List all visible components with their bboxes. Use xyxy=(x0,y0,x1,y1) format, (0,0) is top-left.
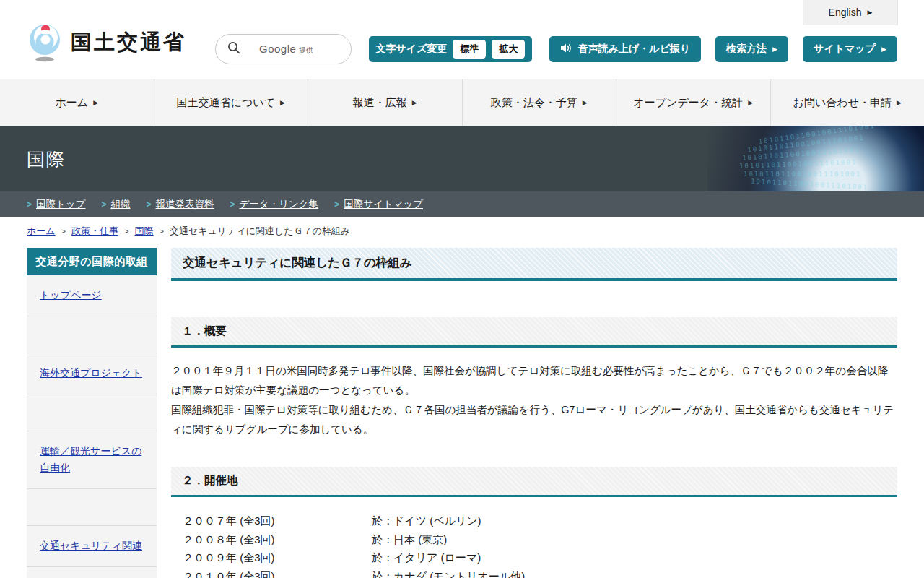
sidebar-item-spacer xyxy=(27,489,157,526)
sidebar-item-toppage[interactable]: トップページ xyxy=(27,275,157,316)
sidebar-link-label[interactable]: 交通セキュリティ関連 xyxy=(40,538,142,555)
nav-item-label: お問い合わせ・申請 xyxy=(793,96,892,110)
nav-item-policy[interactable]: 政策・法令・予算 ▶ xyxy=(462,79,616,126)
section-banner: 1010110110010011101001 10101101100100111… xyxy=(0,126,924,191)
breadcrumb-separator: > xyxy=(159,227,163,236)
nav-item-opendata[interactable]: オープンデータ・統計 ▶ xyxy=(616,79,770,126)
subnav-link-data[interactable]: > データ・リンク集 xyxy=(230,198,319,211)
sidebar-link-label[interactable]: 海外交通プロジェクト xyxy=(40,365,142,382)
arrow-right-icon: ▶ xyxy=(897,99,902,106)
nav-item-label: ホーム xyxy=(55,96,88,110)
sidebar-item-security[interactable]: 交通セキュリティ関連 xyxy=(27,526,157,567)
arrow-right-icon: ▶ xyxy=(748,99,753,106)
venue-row-2007: ２００７年 (全3回) 於：ドイツ (ベルリン) xyxy=(171,512,897,530)
nav-item-label: 政策・法令・予算 xyxy=(491,96,578,110)
arrow-right-icon: ▶ xyxy=(412,99,417,106)
section-subnav: > 国際トップ > 組織 > 報道発表資料 > データ・リンク集 > 国際サイト… xyxy=(0,191,924,217)
sidebar-link-label[interactable]: トップページ xyxy=(40,287,102,304)
venue-year: ２０１０年 (全3回) xyxy=(183,567,372,578)
nav-item-home[interactable]: ホーム ▶ xyxy=(0,79,154,126)
venue-year: ２００８年 (全3回) xyxy=(183,530,372,549)
subnav-link-label[interactable]: 報道発表資料 xyxy=(156,198,214,211)
sidebar-item-overseas-projects[interactable]: 海外交通プロジェクト xyxy=(27,353,157,394)
arrow-right-icon: ▶ xyxy=(868,9,873,16)
sidebar-title: 交通分野の国際的取組 xyxy=(27,248,157,275)
global-nav: ホーム ▶ 国土交通省について ▶ 報道・広報 ▶ 政策・法令・予算 ▶ オープ… xyxy=(0,79,924,126)
sidebar-item-spacer xyxy=(27,394,157,431)
sitemap-button[interactable]: サイトマップ ▶ xyxy=(803,36,897,62)
sidebar-item-liberalization[interactable]: 運輸／観光サービスの自由化 xyxy=(27,431,157,490)
venue-row-2008: ２００８年 (全3回) 於：日本 (東京) xyxy=(171,530,897,549)
chevron-right-icon: > xyxy=(101,199,106,210)
venue-year: ２００７年 (全3回) xyxy=(183,512,372,530)
subnav-link-top[interactable]: > 国際トップ xyxy=(27,198,85,211)
nav-item-contact[interactable]: お問い合わせ・申請 ▶ xyxy=(770,79,924,126)
search-method-button[interactable]: 検索方法 ▶ xyxy=(715,36,788,62)
search-placeholder-main: Google xyxy=(259,43,296,55)
logo-text: 国土交通省 xyxy=(71,28,186,57)
arrow-right-icon: ▶ xyxy=(881,46,886,53)
mlit-logo-icon xyxy=(26,20,64,65)
breadcrumb-separator: > xyxy=(124,227,128,236)
breadcrumb-policy[interactable]: 政策・仕事 xyxy=(71,225,118,238)
sidebar: 交通分野の国際的取組 トップページ 海外交通プロジェクト 運輸／観光サービスの自… xyxy=(27,248,157,578)
breadcrumb: ホーム > 政策・仕事 > 国際 > 交通セキュリティに関連したＧ７の枠組み xyxy=(0,217,924,245)
venue-place: 於：カナダ (モントリオール他) xyxy=(372,567,897,578)
search-method-label: 検索方法 xyxy=(726,43,767,56)
globe-binary-image: 1010110110010011101001 10101101100100111… xyxy=(707,126,924,191)
subnav-link-org[interactable]: > 組織 xyxy=(101,198,130,211)
breadcrumb-current: 交通セキュリティに関連したＧ７の枠組み xyxy=(170,225,350,238)
breadcrumb-separator: > xyxy=(61,227,66,236)
sitemap-label: サイトマップ xyxy=(814,43,876,56)
venue-place: 於：ドイツ (ベルリン) xyxy=(372,512,897,530)
page-section-title: 国際 xyxy=(27,147,66,171)
nav-item-about[interactable]: 国土交通省について ▶ xyxy=(154,79,308,126)
nav-item-press[interactable]: 報道・広報 ▶ xyxy=(308,79,462,126)
subnav-link-press[interactable]: > 報道発表資料 xyxy=(146,198,214,211)
breadcrumb-home[interactable]: ホーム xyxy=(27,225,56,238)
section-heading-venues: ２．開催地 xyxy=(171,467,897,497)
sidebar-item-spacer xyxy=(27,316,157,353)
mlit-logo[interactable]: 国土交通省 xyxy=(26,20,186,65)
search-placeholder-sub: 提供 xyxy=(298,46,313,54)
subnav-link-label[interactable]: データ・リンク集 xyxy=(240,198,319,211)
arrow-right-icon: ▶ xyxy=(280,99,285,106)
nav-item-label: 報道・広報 xyxy=(353,96,407,110)
sidebar-item-spacer xyxy=(27,567,157,578)
venue-place: 於：イタリア (ローマ) xyxy=(372,548,897,567)
subnav-link-sitemap[interactable]: > 国際サイトマップ xyxy=(334,198,423,211)
subnav-link-label[interactable]: 組織 xyxy=(110,198,130,211)
nav-item-label: 国土交通省について xyxy=(177,96,275,110)
overview-paragraph-1: ２００１年９月１１日の米国同時多発テロ事件以降、国際社会が協調してテロ対策に取組… xyxy=(171,365,888,396)
arrow-right-icon: ▶ xyxy=(93,99,98,106)
breadcrumb-international[interactable]: 国際 xyxy=(134,225,153,238)
arrow-right-icon: ▶ xyxy=(772,46,777,53)
sidebar-link-label[interactable]: 運輸／観光サービスの自由化 xyxy=(40,443,149,478)
venue-year: ２００９年 (全3回) xyxy=(183,548,372,567)
content-area: 交通分野の国際的取組 トップページ 海外交通プロジェクト 運輸／観光サービスの自… xyxy=(0,245,924,578)
section-heading-overview: １．概要 xyxy=(171,317,897,348)
search-input[interactable]: Google提供 xyxy=(215,34,352,64)
search-icon xyxy=(227,41,240,57)
tts-button[interactable]: 音声読み上げ・ルビ振り xyxy=(549,36,701,62)
font-large-button[interactable]: 拡大 xyxy=(492,40,525,59)
venue-row-2010: ２０１０年 (全3回) 於：カナダ (モントリオール他) xyxy=(171,567,897,578)
venue-place: 於：日本 (東京) xyxy=(372,530,897,549)
venue-row-2009: ２００９年 (全3回) 於：イタリア (ローマ) xyxy=(171,548,897,567)
english-button[interactable]: English ▶ xyxy=(803,0,898,25)
font-standard-button[interactable]: 標準 xyxy=(453,40,486,59)
font-size-control: 文字サイズ変更 標準 拡大 xyxy=(369,36,532,62)
subnav-link-label[interactable]: 国際トップ xyxy=(36,198,85,211)
chevron-right-icon: > xyxy=(230,199,235,210)
page-title: 交通セキュリティに関連したＧ７の枠組み xyxy=(171,248,897,281)
chevron-right-icon: > xyxy=(334,199,339,210)
overview-paragraph: ２００１年９月１１日の米国同時多発テロ事件以降、国際社会が協調してテロ対策に取組… xyxy=(171,361,897,439)
venue-list: ２００７年 (全3回) 於：ドイツ (ベルリン) ２００８年 (全3回) 於：日… xyxy=(171,512,897,578)
chevron-right-icon: > xyxy=(146,199,151,210)
sidebar-list: トップページ 海外交通プロジェクト 運輸／観光サービスの自由化 交通セキュリティ… xyxy=(27,275,157,578)
font-size-label: 文字サイズ変更 xyxy=(376,43,448,56)
binary-text: 1010110110010011101001 xyxy=(751,178,869,191)
site-header: English ▶ 国土交通省 Google提供 xyxy=(0,0,924,79)
tts-label: 音声読み上げ・ルビ振り xyxy=(578,43,691,56)
subnav-link-label[interactable]: 国際サイトマップ xyxy=(344,198,423,211)
